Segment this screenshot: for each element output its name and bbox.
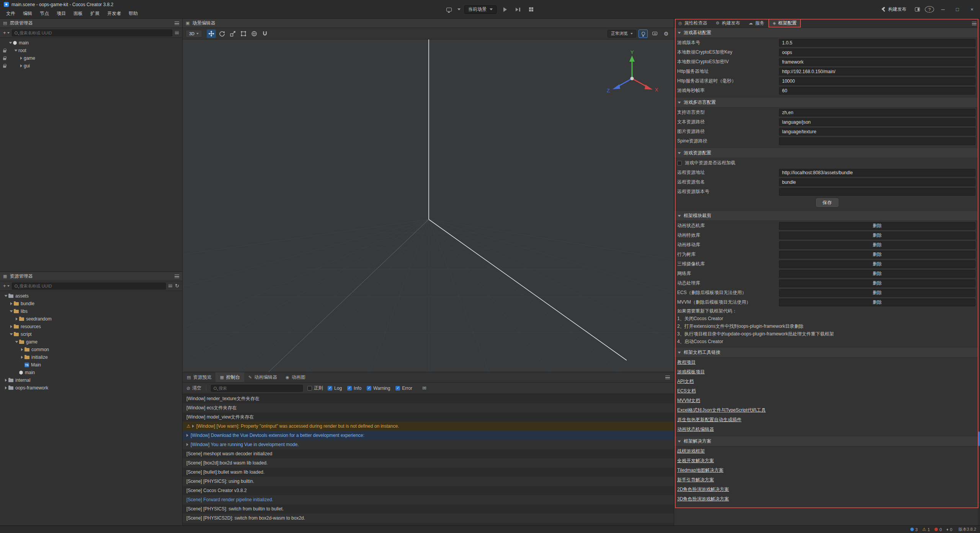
doc-link[interactable]: ECS文档 <box>677 388 696 394</box>
text-input[interactable]: 10000 <box>779 77 975 85</box>
console-menu-icon[interactable] <box>665 376 670 379</box>
menu-item[interactable]: 项目 <box>53 10 70 17</box>
delete-module-button[interactable]: 删除 <box>779 299 975 306</box>
assets-filter-icon[interactable] <box>168 284 172 288</box>
console-log-row[interactable]: ⚠ [Scene] [PHYSICS]: using builtin. <box>183 477 674 486</box>
error-count[interactable]: 0 <box>934 527 942 532</box>
asset-node[interactable]: internal <box>0 376 182 384</box>
console-log-row[interactable]: ⚠ [Scene] Forward render pipeline initia… <box>183 495 674 504</box>
expand-arrow-icon[interactable] <box>18 57 24 60</box>
expand-arrow-icon[interactable] <box>14 317 19 320</box>
doc-link[interactable]: MVVM文档 <box>677 397 700 404</box>
move-tool-button[interactable] <box>207 29 216 38</box>
inspector-tab[interactable]: 构建发布 <box>712 19 745 28</box>
menu-item[interactable]: 文件 <box>2 10 19 17</box>
log-filter-toggle[interactable]: Error <box>395 386 412 391</box>
help-icon[interactable]: ? <box>925 6 934 13</box>
maximize-button[interactable]: □ <box>952 5 963 15</box>
hierarchy-node[interactable]: root <box>0 47 182 54</box>
solution-link[interactable]: 新手引导解决方案 <box>677 477 714 483</box>
hierarchy-node[interactable]: game <box>0 54 182 62</box>
close-button[interactable]: × <box>966 5 978 15</box>
expand-arrow-icon[interactable] <box>8 302 14 305</box>
menu-item[interactable]: 节点 <box>36 10 53 17</box>
text-input[interactable] <box>779 188 975 196</box>
console-log-row[interactable]: ⚠ [Scene] Cocos Creator v3.8.2 <box>183 486 674 495</box>
expand-arrow-icon[interactable] <box>19 356 24 359</box>
scrollbar-thumb[interactable] <box>978 432 980 446</box>
info-count[interactable]: 3 <box>910 527 918 532</box>
console-tab[interactable]: 动画编辑器 <box>244 372 281 382</box>
expand-arrow-icon[interactable] <box>8 333 14 336</box>
doc-link[interactable]: 教程项目 <box>677 359 696 366</box>
panel-layout-icon[interactable] <box>913 5 922 14</box>
expand-arrow-icon[interactable] <box>14 340 19 343</box>
assets-menu-icon[interactable] <box>175 275 179 278</box>
delete-module-button[interactable]: 删除 <box>779 251 975 258</box>
console-log-row[interactable]: ⚠ [Scene] [PHYSICS]: switch from builtin… <box>183 504 674 513</box>
expand-arrow-icon[interactable] <box>8 310 14 313</box>
delete-module-button[interactable]: 删除 <box>779 241 975 249</box>
hierarchy-filter-icon[interactable] <box>175 31 179 34</box>
console-log-row[interactable]: ⚠ [Window] render_texture文件夹存在 <box>183 394 674 403</box>
solution-link[interactable]: 战棋游戏框架 <box>677 448 705 455</box>
console-log-row[interactable]: ⚠ [Window] Download the Vue Devtools ext… <box>183 431 674 440</box>
menu-item[interactable]: 编辑 <box>19 10 36 17</box>
section-header[interactable]: 游戏多语言配置 <box>674 98 980 108</box>
inspector-tab[interactable]: 属性检查器 <box>674 19 712 28</box>
hierarchy-node[interactable]: gui <box>0 62 182 70</box>
preview-device-chevron-icon[interactable] <box>457 8 461 10</box>
delete-module-button[interactable]: 删除 <box>779 270 975 278</box>
doc-link[interactable]: 动画状态机编辑器 <box>677 426 714 433</box>
console-log-row[interactable]: ⚠ [Window] You are running Vue in develo… <box>183 440 674 449</box>
doc-link[interactable]: API文档 <box>677 378 694 385</box>
console-log-row[interactable]: ⚠ [Scene] [PHYSICS2D]: switch from box2d… <box>183 513 674 523</box>
doc-link[interactable]: Excel格式转Json文件与TypeScript代码工具 <box>677 407 766 414</box>
minimize-button[interactable]: ─ <box>937 5 949 15</box>
text-input[interactable]: language/texture <box>779 128 975 136</box>
axis-gizmo[interactable]: Y X Z <box>603 50 661 104</box>
log-filter-toggle[interactable]: Log <box>328 386 342 391</box>
camera-icon[interactable] <box>650 29 659 38</box>
text-input[interactable]: http://192.168.0.150/main/ <box>779 68 975 75</box>
asset-node[interactable]: initialize <box>0 353 182 361</box>
gear-icon[interactable]: ⚙ <box>662 29 671 38</box>
asset-node[interactable]: main <box>0 369 182 376</box>
solution-link[interactable]: 全栈开发解决方案 <box>677 458 714 464</box>
assets-search-input[interactable] <box>20 284 163 288</box>
menu-item[interactable]: 开发者 <box>103 10 125 17</box>
expand-arrow-icon[interactable] <box>8 41 13 44</box>
console-log-row[interactable]: ⚠ [Window] [Vue warn]: Property "onInput… <box>183 422 674 431</box>
asset-node[interactable]: resources <box>0 323 182 330</box>
console-log-row[interactable]: ⚠ [Scene] [box2d]:box2d wasm lib loaded. <box>183 458 674 468</box>
inspector-tab[interactable]: 服务 <box>744 19 768 28</box>
log-expand-arrow-icon[interactable] <box>192 425 194 428</box>
export-log-icon[interactable]: ✉ <box>422 385 426 391</box>
asset-node[interactable]: bundle <box>0 300 182 307</box>
rotate-tool-button[interactable] <box>217 29 227 38</box>
asset-node[interactable]: seedrandom <box>0 315 182 323</box>
delete-module-button[interactable]: 删除 <box>779 289 975 297</box>
play-button[interactable] <box>500 5 510 14</box>
lock-slot[interactable] <box>2 57 8 60</box>
text-input[interactable]: oops <box>779 49 975 56</box>
hierarchy-node[interactable]: main <box>0 39 182 47</box>
rect-tool-button[interactable] <box>239 29 248 38</box>
asset-node[interactable]: libs <box>0 307 182 315</box>
doc-link[interactable]: 游戏模板项目 <box>677 369 705 375</box>
console-search-input[interactable] <box>219 386 300 391</box>
refresh-icon[interactable]: ↻ <box>175 283 179 289</box>
console-log-row[interactable]: ⚠ [Window] ecs文件夹存在 <box>183 403 674 412</box>
menu-item[interactable]: 帮助 <box>125 10 142 17</box>
section-header[interactable]: 框架模块裁剪 <box>674 211 980 221</box>
notification-count[interactable]: ♦ 0 <box>946 527 952 532</box>
regex-toggle[interactable]: 正则 <box>307 385 323 391</box>
step-button[interactable] <box>513 5 523 14</box>
text-input[interactable]: bundle <box>779 178 975 186</box>
asset-node[interactable]: assets <box>0 292 182 300</box>
scene-viewport[interactable]: Y X Z <box>183 39 674 372</box>
console-tab[interactable]: 动画图 <box>281 372 310 382</box>
hierarchy-menu-icon[interactable] <box>175 21 179 25</box>
log-filter-toggle[interactable]: Info <box>347 386 361 391</box>
text-input[interactable]: zh,en <box>779 109 975 116</box>
